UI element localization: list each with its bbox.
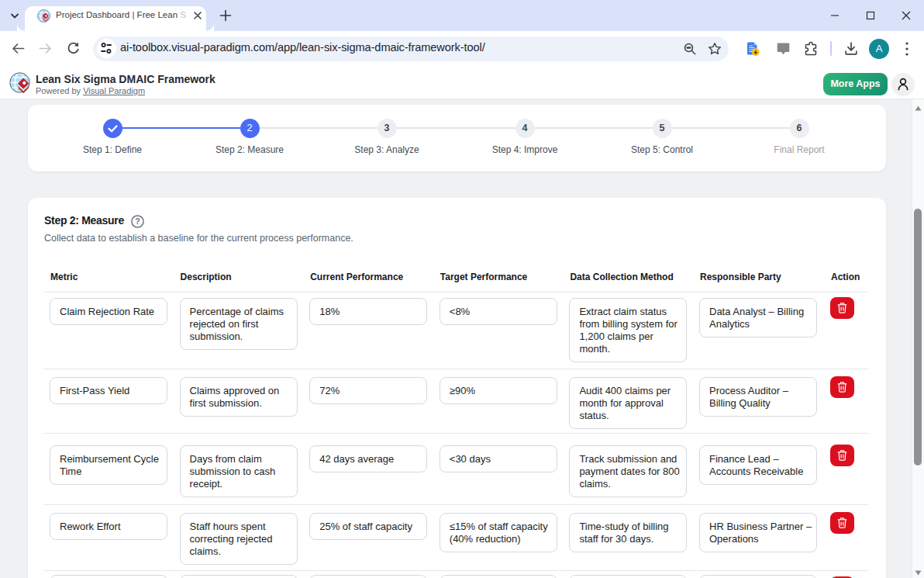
svg-text:?: ?: [135, 216, 140, 226]
